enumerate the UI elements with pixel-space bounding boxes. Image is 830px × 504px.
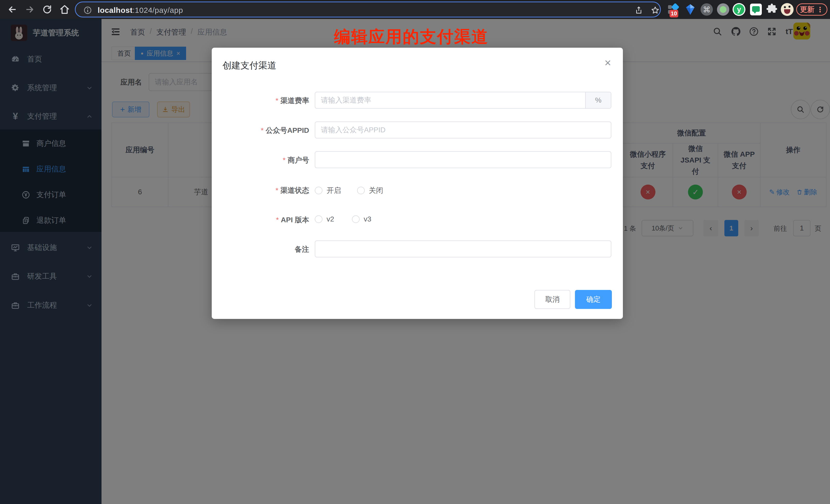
radio-circle-icon [352,215,360,223]
radio-label: 关闭 [369,186,383,195]
radio-circle-icon [315,215,322,223]
url-text[interactable]: localhost:1024/pay/app [98,6,183,14]
required-asterisk: * [283,156,286,164]
required-asterisk: * [276,216,279,224]
url-host: localhost [98,6,132,14]
browser-update-button[interactable]: 更新 ⋮ [796,3,827,15]
browser-toolbar: localhost:1024/pay/app 10 ⌘ y 更新 ⋮ [0,0,830,19]
dialog-close-icon[interactable]: × [604,56,611,69]
browser-forward-icon[interactable] [25,4,35,14]
radio-status-on[interactable]: 开启 [315,186,341,195]
required-asterisk: * [276,97,278,104]
radio-circle-icon [315,187,322,194]
remark-input[interactable] [315,241,611,257]
browser-reload-icon[interactable] [42,4,52,14]
rate-label: *渠道费率 [212,96,309,106]
merchant-label: *商户号 [212,155,309,165]
radio-label: v3 [364,215,372,223]
extension-chat-icon[interactable] [749,3,762,16]
rate-input[interactable] [315,92,611,109]
update-label: 更新 [800,5,815,14]
radio-status-off[interactable]: 关闭 [357,186,383,195]
api-version-label: *API 版本 [212,215,309,225]
extensions-puzzle-icon[interactable] [765,3,778,16]
extension-yudao-icon[interactable]: y [733,3,745,16]
radio-label: 开启 [326,186,341,195]
share-icon[interactable] [634,6,643,14]
extension-dot-icon[interactable] [717,3,730,16]
remark-label: 备注 [212,245,309,254]
merchant-input[interactable] [315,151,611,168]
browser-back-icon[interactable] [7,4,18,14]
profile-emoji-icon[interactable] [781,3,794,16]
extension-pinned-icon[interactable]: 10 [667,3,680,16]
create-pay-channel-dialog: 创建支付渠道 × *渠道费率 % *公众号APPID *商户号 *渠道状态 开启… [212,48,623,319]
confirm-button[interactable]: 确定 [575,290,612,309]
extension-command-icon[interactable]: ⌘ [700,3,713,16]
percent-suffix: % [585,92,611,108]
site-info-icon[interactable] [83,6,92,14]
dialog-title: 创建支付渠道 [223,60,276,71]
kebab-menu-icon[interactable]: ⋮ [817,5,824,14]
appid-label: *公众号APPID [212,126,309,135]
rate-field: % [315,92,611,109]
url-path: :1024/pay/app [132,6,183,14]
radio-api-v2[interactable]: v2 [315,215,334,223]
extension-kite-icon[interactable] [684,3,697,16]
address-bar[interactable]: localhost:1024/pay/app [75,2,661,18]
browser-home-icon[interactable] [60,4,70,14]
appid-input[interactable] [315,122,611,138]
radio-api-v3[interactable]: v3 [352,215,372,223]
required-asterisk: * [261,126,264,134]
command-glyph: ⌘ [701,3,713,15]
required-asterisk: * [276,186,278,194]
status-label: *渠道状态 [212,186,309,195]
bookmark-star-icon[interactable] [651,6,660,14]
annotation-text: 编辑应用的支付渠道 [334,26,488,48]
radio-label: v2 [326,215,334,223]
radio-circle-icon [357,187,365,194]
cancel-button[interactable]: 取消 [535,290,570,309]
extension-badge: 10 [670,10,678,18]
